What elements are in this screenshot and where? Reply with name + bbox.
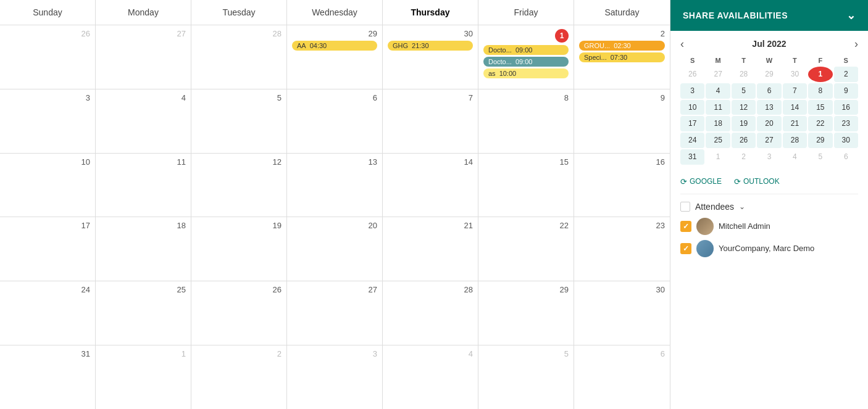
day-17[interactable]: 17 (0, 217, 96, 281)
mini-day-4aug[interactable]: 4 (783, 149, 807, 165)
day-15[interactable]: 15 (478, 154, 574, 217)
event-ghg[interactable]: GHG 21:30 (388, 41, 473, 51)
mini-day-23[interactable]: 23 (834, 116, 858, 131)
mini-day-8[interactable]: 8 (808, 83, 832, 99)
day-26-jun[interactable]: 26 (0, 25, 96, 89)
mini-day-27b[interactable]: 27 (757, 133, 781, 148)
day-18[interactable]: 18 (96, 217, 191, 281)
event-as[interactable]: as 10:00 (483, 68, 569, 78)
day-23[interactable]: 23 (574, 217, 670, 281)
day-10[interactable]: 10 (0, 154, 96, 217)
day-6-aug[interactable]: 6 (574, 345, 670, 409)
day-22[interactable]: 22 (478, 217, 574, 281)
day-3[interactable]: 3 (0, 89, 96, 153)
mini-day-16[interactable]: 16 (834, 100, 858, 115)
mini-day-9[interactable]: 9 (834, 83, 858, 99)
attendee-checkbox-marc[interactable]: ✓ (680, 243, 691, 254)
mini-day-12[interactable]: 12 (732, 100, 756, 115)
mini-day-11[interactable]: 11 (706, 100, 730, 115)
mini-day-28[interactable]: 28 (732, 67, 756, 82)
mini-day-25[interactable]: 25 (706, 133, 730, 148)
google-sync-link[interactable]: ⟳ GOOGLE (680, 177, 722, 186)
day-1-aug[interactable]: 1 (96, 345, 191, 409)
outlook-sync-link[interactable]: ⟳ OUTLOOK (734, 177, 780, 186)
mini-dow-t2: T (783, 56, 807, 65)
day-12[interactable]: 12 (191, 154, 287, 217)
event-grou[interactable]: GROU... 02:30 (579, 41, 665, 51)
event-docto1[interactable]: Docto... 09:00 (483, 45, 569, 55)
mini-day-2[interactable]: 2 (834, 67, 858, 82)
mini-day-3aug[interactable]: 3 (757, 149, 781, 165)
mini-day-5[interactable]: 5 (732, 83, 756, 99)
day-9[interactable]: 9 (574, 89, 670, 153)
day-4-aug[interactable]: 4 (383, 345, 478, 409)
event-speci[interactable]: Speci... 07:30 (579, 52, 665, 62)
mini-day-4[interactable]: 4 (706, 83, 730, 99)
prev-month-button[interactable]: ‹ (680, 38, 684, 49)
mini-day-24[interactable]: 24 (680, 133, 704, 148)
day-28-jun[interactable]: 28 (191, 25, 287, 89)
mini-day-1-today[interactable]: 1 (808, 67, 832, 82)
day-8[interactable]: 8 (478, 89, 574, 153)
mini-day-21[interactable]: 21 (783, 116, 807, 131)
day-26[interactable]: 26 (191, 281, 287, 345)
mini-day-30[interactable]: 30 (783, 67, 807, 82)
day-28[interactable]: 28 (383, 281, 478, 345)
day-29[interactable]: 29 AA 04:30 (287, 25, 383, 89)
day-21[interactable]: 21 (383, 217, 478, 281)
day-13[interactable]: 13 (287, 154, 383, 217)
next-month-button[interactable]: › (854, 38, 858, 49)
event-aa[interactable]: AA 04:30 (292, 41, 377, 51)
mini-day-14[interactable]: 14 (783, 100, 807, 115)
mini-day-7[interactable]: 7 (783, 83, 807, 99)
mini-day-1aug[interactable]: 1 (706, 149, 730, 165)
day-5-aug[interactable]: 5 (478, 345, 574, 409)
attendees-chevron-icon[interactable]: ⌄ (739, 202, 745, 211)
mini-day-10[interactable]: 10 (680, 100, 704, 115)
day-6[interactable]: 6 (287, 89, 383, 153)
day-5[interactable]: 5 (191, 89, 287, 153)
day-27-jun[interactable]: 27 (96, 25, 191, 89)
mini-day-5aug[interactable]: 5 (808, 149, 832, 165)
share-availabilities-button[interactable]: SHARE AVAILABILITIES ⌄ (670, 0, 868, 31)
mini-day-3[interactable]: 3 (680, 83, 704, 99)
mini-day-31[interactable]: 31 (680, 149, 704, 165)
mini-day-19[interactable]: 19 (732, 116, 756, 131)
mini-day-2aug[interactable]: 2 (732, 149, 756, 165)
day-30[interactable]: 30 (574, 281, 670, 345)
day-7[interactable]: 7 (383, 89, 478, 153)
mini-day-20[interactable]: 20 (757, 116, 781, 131)
mini-day-26[interactable]: 26 (680, 67, 704, 82)
mini-day-13[interactable]: 13 (757, 100, 781, 115)
day-2[interactable]: 2 GROU... 02:30 Speci... 07:30 (574, 25, 670, 89)
mini-day-22[interactable]: 22 (808, 116, 832, 131)
mini-day-6[interactable]: 6 (757, 83, 781, 99)
mini-day-29b[interactable]: 29 (808, 133, 832, 148)
day-27[interactable]: 27 (287, 281, 383, 345)
day-11[interactable]: 11 (96, 154, 191, 217)
day-14[interactable]: 14 (383, 154, 478, 217)
mini-day-26b[interactable]: 26 (732, 133, 756, 148)
attendee-checkbox-mitchell[interactable]: ✓ (680, 221, 691, 232)
day-2-aug[interactable]: 2 (191, 345, 287, 409)
mini-day-29[interactable]: 29 (757, 67, 781, 82)
mini-day-18[interactable]: 18 (706, 116, 730, 131)
day-30[interactable]: 30 GHG 21:30 (383, 25, 478, 89)
day-25[interactable]: 25 (96, 281, 191, 345)
mini-day-28b[interactable]: 28 (783, 133, 807, 148)
mini-day-6aug[interactable]: 6 (834, 149, 858, 165)
day-29[interactable]: 29 (478, 281, 574, 345)
day-1-today[interactable]: 1 Docto... 09:00 Docto... 09:00 as 10:00 (478, 25, 574, 89)
mini-day-30b[interactable]: 30 (834, 133, 858, 148)
day-19[interactable]: 19 (191, 217, 287, 281)
day-16[interactable]: 16 (574, 154, 670, 217)
mini-day-27[interactable]: 27 (706, 67, 730, 82)
event-docto2[interactable]: Docto... 09:00 (483, 57, 569, 67)
day-24[interactable]: 24 (0, 281, 96, 345)
day-4[interactable]: 4 (96, 89, 191, 153)
day-20[interactable]: 20 (287, 217, 383, 281)
mini-day-15[interactable]: 15 (808, 100, 832, 115)
day-3-aug[interactable]: 3 (287, 345, 383, 409)
day-31[interactable]: 31 (0, 345, 96, 409)
mini-day-17[interactable]: 17 (680, 116, 704, 131)
